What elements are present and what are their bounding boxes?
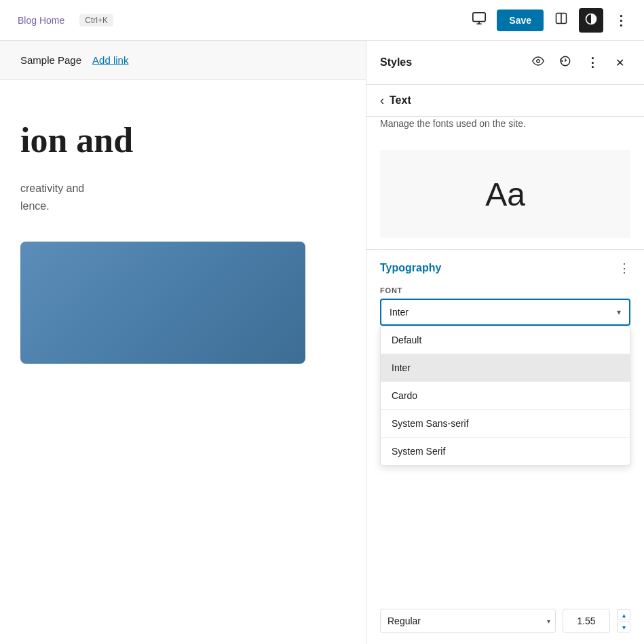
panel-description: Manage the fonts used on the site. [366,117,644,139]
theme-icon [584,12,598,28]
dropdown-item-system-serif[interactable]: System Serif [381,438,630,465]
canvas-area: Sample Page Add link ion and creativity … [0,41,366,644]
more-options-button[interactable]: ⋮ [609,8,633,33]
monitor-icon-button[interactable] [467,8,491,33]
history-button[interactable] [554,52,576,73]
close-panel-button[interactable]: ✕ [609,52,630,73]
dropdown-item-default[interactable]: Default [381,326,630,354]
split-view-icon [554,12,568,29]
top-toolbar: Blog Home Ctrl+K Save [0,0,644,41]
panel-more-button[interactable]: ⋮ [582,52,603,73]
canvas-subtext-line2: lence. [20,197,345,215]
eye-button[interactable] [527,52,549,73]
monitor-icon [472,11,487,29]
bottom-row: Regular Bold Italic ▾ ▴ ▾ [366,609,644,644]
canvas-inner: Sample Page Add link ion and creativity … [0,41,366,644]
panel-header: Styles [366,41,644,85]
style-select-wrapper: Regular Bold Italic ▾ [380,609,556,633]
font-dropdown: Default Inter Cardo System Sans-serif Sy… [380,326,630,466]
font-preview: Aa [380,150,630,238]
canvas-subtext-line1: creativity and [20,180,345,197]
stepper-up-button[interactable]: ▴ [617,609,630,620]
toolbar-left: Blog Home Ctrl+K [11,11,113,30]
font-preview-text: Aa [485,176,525,213]
blog-home-button[interactable]: Blog Home [11,11,71,30]
save-button[interactable]: Save [497,10,544,31]
close-icon: ✕ [615,56,624,69]
style-select[interactable]: Regular Bold Italic [380,609,556,633]
canvas-content: ion and creativity and lence. [0,80,366,391]
toolbar-right: Save ⋮ [467,8,633,33]
size-input[interactable] [563,609,610,633]
size-stepper: ▴ ▾ [617,609,630,632]
dropdown-item-system-sans[interactable]: System Sans-serif [381,410,630,438]
canvas-nav: Sample Page Add link [0,41,366,80]
split-view-button[interactable] [549,8,573,33]
canvas-nav-sample-page[interactable]: Sample Page [20,54,81,66]
panel-more-icon: ⋮ [586,55,599,70]
font-select-wrapper: Inter ▾ Default Inter Cardo System Sans-… [380,299,630,326]
more-options-icon: ⋮ [614,12,628,29]
dropdown-item-inter[interactable]: Inter [381,354,630,382]
canvas-nav-add-link[interactable]: Add link [92,54,128,66]
font-select-arrow-icon: ▾ [617,307,621,317]
dropdown-item-cardo[interactable]: Cardo [381,382,630,410]
typography-more-icon: ⋮ [618,261,630,276]
theme-toggle-button[interactable] [579,8,603,33]
stepper-down-button[interactable]: ▾ [617,622,630,632]
panel-back-nav: ‹ Text [366,85,644,117]
panel-title: Styles [380,56,412,69]
text-section-title: Text [390,94,411,107]
eye-icon [532,55,544,70]
canvas-subtext: creativity and lence. [20,180,345,214]
panel-header-icons: ⋮ ✕ [527,52,630,73]
section-header: Typography ⋮ [380,261,630,276]
typography-label: Typography [380,262,441,274]
svg-point-3 [537,60,540,63]
shortcut-badge: Ctrl+K [79,14,113,26]
canvas-heading: ion and [20,121,345,159]
typography-more-button[interactable]: ⋮ [618,261,630,276]
canvas-image-placeholder [20,242,305,364]
svg-rect-0 [473,13,485,22]
font-field-label: FONT [380,286,630,295]
styles-panel: Styles [366,41,644,644]
font-selected-value: Inter [390,307,409,318]
back-button[interactable]: ‹ [380,94,384,107]
history-icon [559,55,571,70]
typography-section: Typography ⋮ FONT Inter ▾ Default Inter … [366,249,644,598]
font-select-display[interactable]: Inter ▾ [380,299,630,326]
